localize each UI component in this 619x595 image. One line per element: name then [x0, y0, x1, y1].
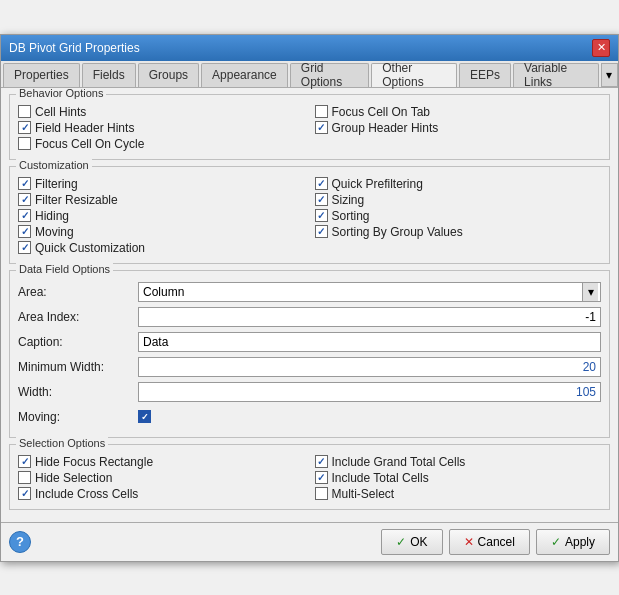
cell-hints-checkbox[interactable] — [18, 105, 31, 118]
list-item: Hide Focus Rectangle — [18, 455, 305, 469]
list-item: Cell Hints — [18, 105, 305, 119]
focus-cell-on-cycle-label: Focus Cell On Cycle — [35, 137, 144, 151]
sizing-label: Sizing — [332, 193, 365, 207]
tab-other-options[interactable]: Other Options — [371, 63, 457, 87]
title-bar: DB Pivot Grid Properties ✕ — [1, 35, 618, 61]
data-field-options-title: Data Field Options — [16, 263, 113, 275]
area-index-row: Area Index: — [18, 306, 601, 328]
list-item: Quick Prefiltering — [315, 177, 602, 191]
area-dropdown[interactable]: Column ▾ — [138, 282, 601, 302]
moving-field-row: Moving: — [18, 406, 601, 428]
list-item: Field Header Hints — [18, 121, 305, 135]
list-item: Sizing — [315, 193, 602, 207]
cancel-button[interactable]: ✕ Cancel — [449, 529, 530, 555]
behavior-options-title: Behavior Options — [16, 88, 106, 99]
width-row: Width: — [18, 381, 601, 403]
dialog-title: DB Pivot Grid Properties — [9, 41, 140, 55]
minimum-width-input[interactable] — [138, 357, 601, 377]
sorting-by-group-values-checkbox[interactable] — [315, 225, 328, 238]
quick-customization-checkbox[interactable] — [18, 241, 31, 254]
hiding-label: Hiding — [35, 209, 69, 223]
tabs-bar: Properties Fields Groups Appearance Grid… — [1, 61, 618, 88]
area-index-input[interactable] — [138, 307, 601, 327]
apply-button[interactable]: ✓ Apply — [536, 529, 610, 555]
ok-button[interactable]: ✓ OK — [381, 529, 442, 555]
list-item: Include Total Cells — [315, 471, 602, 485]
list-item: Group Header Hints — [315, 121, 602, 135]
selection-options-section: Selection Options Hide Focus Rectangle I… — [9, 444, 610, 510]
filter-resizable-checkbox[interactable] — [18, 193, 31, 206]
hide-selection-checkbox[interactable] — [18, 471, 31, 484]
moving-field-label: Moving: — [18, 410, 138, 424]
cancel-label: Cancel — [478, 535, 515, 549]
customization-content: Filtering Quick Prefiltering Filter Resi… — [18, 177, 601, 255]
selection-options-title: Selection Options — [16, 437, 108, 449]
multi-select-label: Multi-Select — [332, 487, 395, 501]
ok-icon: ✓ — [396, 535, 406, 549]
cell-hints-label: Cell Hints — [35, 105, 86, 119]
selection-options-grid: Hide Focus Rectangle Include Grand Total… — [18, 455, 601, 503]
minimum-width-row: Minimum Width: — [18, 356, 601, 378]
list-item: Focus Cell On Tab — [315, 105, 602, 119]
include-total-cells-checkbox[interactable] — [315, 471, 328, 484]
customization-title: Customization — [16, 159, 92, 171]
customization-grid: Filtering Quick Prefiltering Filter Resi… — [18, 177, 601, 241]
footer-right: ✓ OK ✕ Cancel ✓ Apply — [381, 529, 610, 555]
hiding-checkbox[interactable] — [18, 209, 31, 222]
include-cross-cells-checkbox[interactable] — [18, 487, 31, 500]
width-label: Width: — [18, 385, 138, 399]
moving-field-checkbox[interactable] — [138, 410, 151, 423]
tab-fields[interactable]: Fields — [82, 63, 136, 87]
tab-groups[interactable]: Groups — [138, 63, 199, 87]
tab-grid-options[interactable]: Grid Options — [290, 63, 369, 87]
list-item: Filtering — [18, 177, 305, 191]
area-dropdown-arrow[interactable]: ▾ — [582, 283, 598, 301]
moving-checkbox[interactable] — [18, 225, 31, 238]
list-item: Include Grand Total Cells — [315, 455, 602, 469]
group-header-hints-label: Group Header Hints — [332, 121, 439, 135]
area-label: Area: — [18, 285, 138, 299]
close-button[interactable]: ✕ — [592, 39, 610, 57]
width-input[interactable] — [138, 382, 601, 402]
field-header-hints-checkbox[interactable] — [18, 121, 31, 134]
tabs-dropdown-button[interactable]: ▾ — [601, 63, 618, 87]
dialog-content: Behavior Options Cell Hints Focus Cell O… — [1, 88, 618, 522]
tab-properties[interactable]: Properties — [3, 63, 80, 87]
group-header-hints-checkbox[interactable] — [315, 121, 328, 134]
list-item: Hiding — [18, 209, 305, 223]
multi-select-checkbox[interactable] — [315, 487, 328, 500]
sorting-checkbox[interactable] — [315, 209, 328, 222]
ok-label: OK — [410, 535, 427, 549]
customization-section: Customization Filtering Quick Prefilteri… — [9, 166, 610, 264]
caption-row: Caption: — [18, 331, 601, 353]
tab-appearance[interactable]: Appearance — [201, 63, 288, 87]
area-value: Column — [143, 285, 184, 299]
quick-customization-label: Quick Customization — [35, 241, 145, 255]
focus-cell-on-cycle-checkbox[interactable] — [18, 137, 31, 150]
filtering-checkbox[interactable] — [18, 177, 31, 190]
quick-prefiltering-checkbox[interactable] — [315, 177, 328, 190]
sizing-checkbox[interactable] — [315, 193, 328, 206]
include-grand-total-cells-label: Include Grand Total Cells — [332, 455, 466, 469]
hide-selection-label: Hide Selection — [35, 471, 112, 485]
list-item: Moving — [18, 225, 305, 239]
moving-label: Moving — [35, 225, 74, 239]
focus-cell-on-tab-checkbox[interactable] — [315, 105, 328, 118]
list-item: Multi-Select — [315, 487, 602, 501]
area-row: Area: Column ▾ — [18, 281, 601, 303]
tab-eeps[interactable]: EEPs — [459, 63, 511, 87]
focus-cell-on-tab-label: Focus Cell On Tab — [332, 105, 431, 119]
hide-focus-rectangle-checkbox[interactable] — [18, 455, 31, 468]
dialog-footer: ? ✓ OK ✕ Cancel ✓ Apply — [1, 522, 618, 561]
apply-label: Apply — [565, 535, 595, 549]
quick-prefiltering-label: Quick Prefiltering — [332, 177, 423, 191]
list-item: Sorting — [315, 209, 602, 223]
caption-input[interactable] — [138, 332, 601, 352]
field-header-hints-label: Field Header Hints — [35, 121, 134, 135]
data-field-options-content: Area: Column ▾ Area Index: Caption: — [18, 281, 601, 428]
include-grand-total-cells-checkbox[interactable] — [315, 455, 328, 468]
apply-icon: ✓ — [551, 535, 561, 549]
tab-variable-links[interactable]: Variable Links — [513, 63, 599, 87]
help-button[interactable]: ? — [9, 531, 31, 553]
behavior-options-section: Behavior Options Cell Hints Focus Cell O… — [9, 94, 610, 160]
